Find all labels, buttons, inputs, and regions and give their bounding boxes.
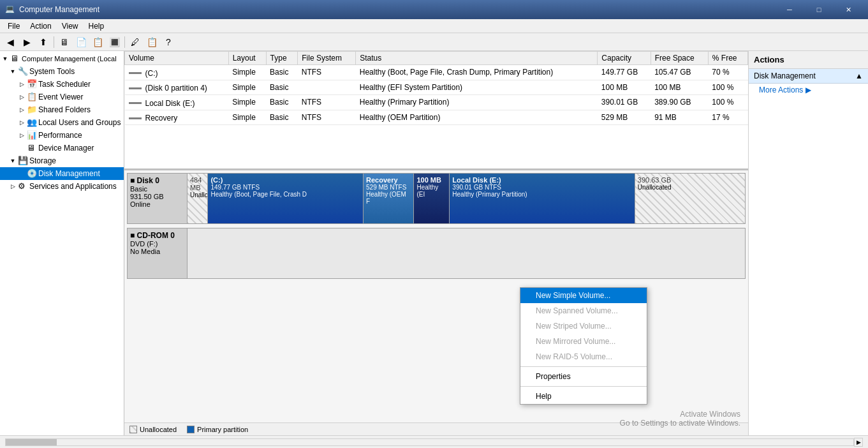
partition-recovery-label: Recovery: [366, 176, 411, 184]
table-cell: Basic: [266, 65, 298, 80]
partition-unalloc2[interactable]: 390.63 GB Unallocated: [635, 174, 745, 223]
main-container: ▼ 🖥 Computer Management (Local ▼ 🔧 Syste…: [0, 51, 868, 435]
eventviewer-icon: 📋: [27, 92, 37, 102]
tree-item-devicemgr[interactable]: 🖥 Device Manager: [0, 142, 124, 154]
context-menu-item[interactable]: Properties: [520, 369, 647, 384]
menu-item-file[interactable]: File: [3, 20, 25, 32]
menu-item-view[interactable]: View: [57, 20, 84, 32]
tree-item-root[interactable]: ▼ 🖥 Computer Management (Local: [0, 52, 124, 65]
scroll-right-button[interactable]: ▶: [854, 438, 863, 447]
table-cell: Simple: [228, 80, 266, 95]
col-status[interactable]: Status: [356, 52, 598, 65]
tree-item-systemtools[interactable]: ▼ 🔧 System Tools: [0, 65, 124, 78]
col-percentfree[interactable]: % Free: [708, 52, 747, 65]
tree-label-systemtools: System Tools: [29, 67, 75, 76]
table-row[interactable]: (Disk 0 partition 4)SimpleBasicHealthy (…: [125, 80, 748, 95]
expand-systemtools[interactable]: ▼: [9, 68, 17, 75]
expand-root[interactable]: ▼: [1, 55, 9, 63]
tree-item-sharedfolders[interactable]: ▷ 📁 Shared Folders: [0, 103, 124, 116]
disk0-type: Basic: [130, 185, 184, 193]
up-button[interactable]: ⬆: [36, 35, 51, 49]
toolbar-btn-3[interactable]: 📋: [90, 35, 105, 49]
expand-sharedfolders[interactable]: ▷: [18, 106, 26, 114]
tree-panel: ▼ 🖥 Computer Management (Local ▼ 🔧 Syste…: [0, 51, 124, 435]
cdrom-type: DVD (F:): [130, 240, 184, 248]
tree-item-services[interactable]: ▷ ⚙ Services and Applications: [0, 180, 124, 193]
close-button[interactable]: ✕: [834, 0, 863, 19]
expand-services[interactable]: ▷: [9, 183, 17, 190]
table-cell: 389.90 GB: [651, 95, 708, 110]
col-type[interactable]: Type: [266, 52, 298, 65]
right-panel: Volume Layout Type File System Status Ca…: [124, 51, 748, 435]
tree-item-eventviewer[interactable]: ▷ 📋 Event Viewer: [0, 91, 124, 103]
toolbar-btn-5[interactable]: 🖊: [128, 35, 143, 49]
table-cell: Recovery: [125, 110, 229, 125]
actions-section-diskmgmt[interactable]: Disk Management ▲: [749, 69, 868, 84]
partition-c[interactable]: (C:) 149.77 GB NTFS Healthy (Boot, Page …: [208, 174, 364, 223]
table-row[interactable]: (C:)SimpleBasicNTFSHealthy (Boot, Page F…: [125, 65, 748, 80]
table-cell: Healthy (OEM Partition): [356, 110, 598, 125]
unalloc-label-1: 484 MB: [190, 176, 205, 191]
expand-performance[interactable]: ▷: [18, 131, 26, 139]
horizontal-scrollbar[interactable]: [5, 438, 854, 446]
actions-more-actions[interactable]: More Actions ▶: [749, 84, 868, 96]
expand-scheduler[interactable]: ▷: [18, 80, 26, 88]
col-capacity[interactable]: Capacity: [598, 52, 651, 65]
table-cell: Healthy (EFI System Partition): [356, 80, 598, 95]
tree-label-diskmgmt: Disk Management: [38, 169, 100, 178]
tree-item-diskmgmt[interactable]: 💿 Disk Management: [0, 167, 124, 180]
context-menu-item[interactable]: New Simple Volume...: [520, 288, 647, 303]
partition-c-label: (C:): [210, 176, 360, 184]
partition-e[interactable]: Local Disk (E:) 390.01 GB NTFS Healthy (…: [450, 174, 635, 223]
legend-box-primary: [187, 426, 195, 433]
context-menu: New Simple Volume...New Spanned Volume..…: [520, 287, 647, 405]
expand-eventviewer[interactable]: ▷: [18, 93, 26, 101]
show-hide-button[interactable]: 🖥: [57, 35, 72, 49]
maximize-button[interactable]: □: [804, 0, 834, 19]
partition-efi[interactable]: 100 MB Healthy (EI: [414, 174, 450, 223]
title-bar: 💻 Computer Management ─ □ ✕: [0, 0, 868, 19]
table-cell: 100 MB: [651, 80, 708, 95]
table-cell: Basic: [266, 95, 298, 110]
tree-item-storage[interactable]: ▼ 💾 Storage: [0, 154, 124, 167]
help-button[interactable]: ?: [161, 35, 176, 49]
sharedfolders-icon: 📁: [27, 105, 37, 115]
col-filesystem[interactable]: File System: [298, 52, 356, 65]
col-freespace[interactable]: Free Space: [651, 52, 708, 65]
col-layout[interactable]: Layout: [228, 52, 266, 65]
tree-item-scheduler[interactable]: ▷ 📅 Task Scheduler: [0, 78, 124, 91]
menu-item-help[interactable]: Help: [84, 20, 110, 32]
actions-header: Actions: [749, 51, 868, 69]
partition-recovery-status: Healthy (OEM F: [366, 191, 411, 205]
tree-label-sharedfolders: Shared Folders: [38, 105, 91, 114]
tree-item-performance[interactable]: ▷ 📊 Performance: [0, 129, 124, 142]
toolbar-btn-6[interactable]: 📋: [144, 35, 159, 49]
col-volume[interactable]: Volume: [125, 52, 229, 65]
tree-item-localusers[interactable]: ▷ 👥 Local Users and Groups: [0, 116, 124, 129]
table-cell: 91 MB: [651, 110, 708, 125]
expand-storage[interactable]: ▼: [9, 157, 17, 165]
partition-unalloc1[interactable]: 484 MB Unallocated: [188, 174, 208, 223]
title-bar-buttons: ─ □ ✕: [775, 0, 863, 19]
toolbar-btn-2[interactable]: 📄: [73, 35, 89, 49]
back-button[interactable]: ◀: [3, 35, 18, 49]
forward-button[interactable]: ▶: [19, 35, 34, 49]
expand-localusers[interactable]: ▷: [18, 119, 26, 126]
menu-item-action[interactable]: Action: [25, 20, 56, 32]
legend-bar: Unallocated Primary partition: [124, 422, 748, 435]
menu-bar: FileActionViewHelp: [0, 19, 868, 33]
computer-icon: 🖥: [10, 54, 20, 64]
tree-label-scheduler: Task Scheduler: [38, 80, 91, 89]
scheduler-icon: 📅: [27, 79, 37, 89]
unalloc-sub-2: Unallocated: [638, 184, 742, 191]
table-cell: [298, 80, 356, 95]
table-cell: 105.47 GB: [651, 65, 708, 80]
partition-recovery[interactable]: Recovery 529 MB NTFS Healthy (OEM F: [364, 174, 414, 223]
table-row[interactable]: RecoverySimpleBasicNTFSHealthy (OEM Part…: [125, 110, 748, 125]
context-menu-separator: [520, 386, 647, 387]
table-row[interactable]: Local Disk (E:)SimpleBasicNTFSHealthy (P…: [125, 95, 748, 110]
context-menu-item[interactable]: Help: [520, 389, 647, 404]
tree-label-services: Services and Applications: [29, 182, 117, 191]
toolbar-btn-4[interactable]: 🔳: [107, 35, 122, 49]
minimize-button[interactable]: ─: [775, 0, 804, 19]
